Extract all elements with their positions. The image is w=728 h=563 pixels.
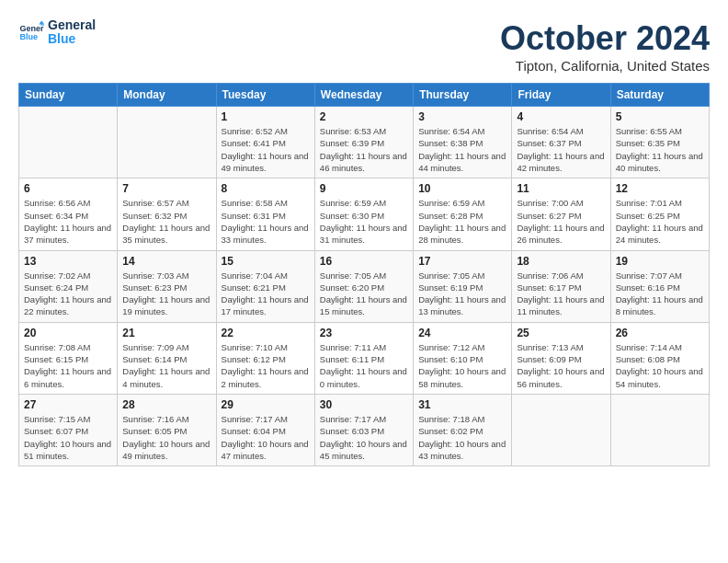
day-info: Sunrise: 7:06 AMSunset: 6:17 PMDaylight:… [517, 270, 605, 318]
day-info: Sunrise: 7:18 AMSunset: 6:02 PMDaylight:… [418, 413, 506, 462]
week-row-2: 6Sunrise: 6:56 AMSunset: 6:34 PMDaylight… [19, 178, 710, 250]
logo-icon: General Blue [18, 19, 44, 45]
week-row-1: 1Sunrise: 6:52 AMSunset: 6:41 PMDaylight… [19, 107, 710, 178]
day-info: Sunrise: 7:09 AMSunset: 6:14 PMDaylight:… [122, 341, 210, 390]
day-number: 29 [222, 398, 310, 411]
svg-text:General: General [19, 24, 44, 33]
day-number: 21 [122, 327, 210, 339]
day-info: Sunrise: 6:54 AMSunset: 6:38 PMDaylight:… [418, 125, 506, 174]
day-cell: 14Sunrise: 7:03 AMSunset: 6:23 PMDayligh… [118, 250, 216, 322]
day-cell: 20Sunrise: 7:08 AMSunset: 6:15 PMDayligh… [19, 322, 118, 394]
day-number: 12 [616, 182, 704, 195]
day-info: Sunrise: 7:07 AMSunset: 6:16 PMDaylight:… [616, 270, 704, 318]
day-cell: 1Sunrise: 6:52 AMSunset: 6:41 PMDaylight… [216, 107, 314, 178]
day-number: 13 [24, 255, 112, 268]
weekday-header-row: SundayMondayTuesdayWednesdayThursdayFrid… [19, 84, 710, 107]
logo: General Blue General Blue [18, 18, 96, 47]
day-number: 9 [320, 182, 408, 195]
day-cell: 25Sunrise: 7:13 AMSunset: 6:09 PMDayligh… [512, 322, 610, 394]
weekday-header-wednesday: Wednesday [314, 84, 413, 107]
day-number: 19 [616, 255, 704, 268]
day-info: Sunrise: 6:52 AMSunset: 6:41 PMDaylight:… [222, 125, 310, 174]
calendar: SundayMondayTuesdayWednesdayThursdayFrid… [18, 83, 710, 466]
day-number: 3 [418, 110, 506, 123]
month-title: October 2024 [500, 18, 710, 58]
day-number: 14 [122, 255, 210, 268]
week-row-4: 20Sunrise: 7:08 AMSunset: 6:15 PMDayligh… [19, 322, 710, 394]
day-number: 5 [616, 110, 704, 123]
day-info: Sunrise: 7:05 AMSunset: 6:19 PMDaylight:… [418, 270, 506, 318]
day-cell [19, 107, 118, 178]
day-info: Sunrise: 7:02 AMSunset: 6:24 PMDaylight:… [24, 270, 112, 318]
day-cell: 26Sunrise: 7:14 AMSunset: 6:08 PMDayligh… [610, 322, 709, 394]
day-number: 25 [517, 327, 605, 339]
week-row-5: 27Sunrise: 7:15 AMSunset: 6:07 PMDayligh… [19, 394, 710, 465]
day-cell: 27Sunrise: 7:15 AMSunset: 6:07 PMDayligh… [19, 394, 118, 465]
day-number: 23 [320, 327, 408, 339]
day-info: Sunrise: 7:04 AMSunset: 6:21 PMDaylight:… [222, 270, 310, 318]
day-cell: 23Sunrise: 7:11 AMSunset: 6:11 PMDayligh… [314, 322, 413, 394]
day-cell: 8Sunrise: 6:58 AMSunset: 6:31 PMDaylight… [216, 178, 314, 250]
day-number: 6 [24, 182, 112, 195]
day-info: Sunrise: 6:57 AMSunset: 6:32 PMDaylight:… [122, 197, 210, 246]
day-number: 28 [122, 398, 210, 411]
day-cell: 28Sunrise: 7:16 AMSunset: 6:05 PMDayligh… [118, 394, 216, 465]
day-number: 2 [320, 110, 408, 123]
day-cell: 29Sunrise: 7:17 AMSunset: 6:04 PMDayligh… [216, 394, 314, 465]
header: General Blue General Blue October 2024 T… [18, 18, 710, 74]
day-cell: 9Sunrise: 6:59 AMSunset: 6:30 PMDaylight… [314, 178, 413, 250]
day-cell: 11Sunrise: 7:00 AMSunset: 6:27 PMDayligh… [512, 178, 610, 250]
day-cell: 16Sunrise: 7:05 AMSunset: 6:20 PMDayligh… [314, 250, 413, 322]
day-cell: 2Sunrise: 6:53 AMSunset: 6:39 PMDaylight… [314, 107, 413, 178]
day-number: 30 [320, 398, 408, 411]
logo-line2: Blue [48, 32, 96, 46]
day-number: 8 [222, 182, 310, 195]
day-cell: 3Sunrise: 6:54 AMSunset: 6:38 PMDaylight… [414, 107, 512, 178]
day-number: 4 [517, 110, 605, 123]
day-number: 27 [24, 398, 112, 411]
day-info: Sunrise: 7:13 AMSunset: 6:09 PMDaylight:… [517, 341, 605, 390]
day-cell [512, 394, 610, 465]
day-cell: 6Sunrise: 6:56 AMSunset: 6:34 PMDaylight… [19, 178, 118, 250]
week-row-3: 13Sunrise: 7:02 AMSunset: 6:24 PMDayligh… [19, 250, 710, 322]
day-info: Sunrise: 6:58 AMSunset: 6:31 PMDaylight:… [222, 197, 310, 246]
weekday-header-tuesday: Tuesday [216, 84, 314, 107]
day-info: Sunrise: 7:08 AMSunset: 6:15 PMDaylight:… [24, 341, 112, 390]
day-number: 31 [418, 398, 506, 411]
day-number: 10 [418, 182, 506, 195]
day-info: Sunrise: 7:05 AMSunset: 6:20 PMDaylight:… [320, 270, 408, 318]
day-number: 15 [222, 255, 310, 268]
day-info: Sunrise: 7:15 AMSunset: 6:07 PMDaylight:… [24, 413, 112, 462]
day-info: Sunrise: 7:03 AMSunset: 6:23 PMDaylight:… [122, 270, 210, 318]
day-info: Sunrise: 7:16 AMSunset: 6:05 PMDaylight:… [122, 413, 210, 462]
title-area: October 2024 Tipton, California, United … [500, 18, 710, 74]
day-info: Sunrise: 7:17 AMSunset: 6:03 PMDaylight:… [320, 413, 408, 462]
day-info: Sunrise: 6:56 AMSunset: 6:34 PMDaylight:… [24, 197, 112, 246]
day-number: 24 [418, 327, 506, 339]
weekday-header-saturday: Saturday [610, 84, 709, 107]
day-cell: 17Sunrise: 7:05 AMSunset: 6:19 PMDayligh… [414, 250, 512, 322]
day-info: Sunrise: 7:01 AMSunset: 6:25 PMDaylight:… [616, 197, 704, 246]
day-cell: 21Sunrise: 7:09 AMSunset: 6:14 PMDayligh… [118, 322, 216, 394]
day-number: 11 [517, 182, 605, 195]
day-info: Sunrise: 7:10 AMSunset: 6:12 PMDaylight:… [222, 341, 310, 390]
day-number: 22 [222, 327, 310, 339]
day-number: 16 [320, 255, 408, 268]
day-cell [610, 394, 709, 465]
day-cell: 5Sunrise: 6:55 AMSunset: 6:35 PMDaylight… [610, 107, 709, 178]
day-cell: 13Sunrise: 7:02 AMSunset: 6:24 PMDayligh… [19, 250, 118, 322]
day-info: Sunrise: 7:11 AMSunset: 6:11 PMDaylight:… [320, 341, 408, 390]
day-number: 18 [517, 255, 605, 268]
day-number: 17 [418, 255, 506, 268]
day-cell: 18Sunrise: 7:06 AMSunset: 6:17 PMDayligh… [512, 250, 610, 322]
day-info: Sunrise: 7:00 AMSunset: 6:27 PMDaylight:… [517, 197, 605, 246]
day-cell: 22Sunrise: 7:10 AMSunset: 6:12 PMDayligh… [216, 322, 314, 394]
logo-line1: General [48, 18, 96, 32]
weekday-header-friday: Friday [512, 84, 610, 107]
day-info: Sunrise: 7:17 AMSunset: 6:04 PMDaylight:… [222, 413, 310, 462]
day-info: Sunrise: 7:12 AMSunset: 6:10 PMDaylight:… [418, 341, 506, 390]
day-info: Sunrise: 6:53 AMSunset: 6:39 PMDaylight:… [320, 125, 408, 174]
day-cell: 19Sunrise: 7:07 AMSunset: 6:16 PMDayligh… [610, 250, 709, 322]
svg-text:Blue: Blue [19, 33, 38, 42]
day-cell: 10Sunrise: 6:59 AMSunset: 6:28 PMDayligh… [414, 178, 512, 250]
